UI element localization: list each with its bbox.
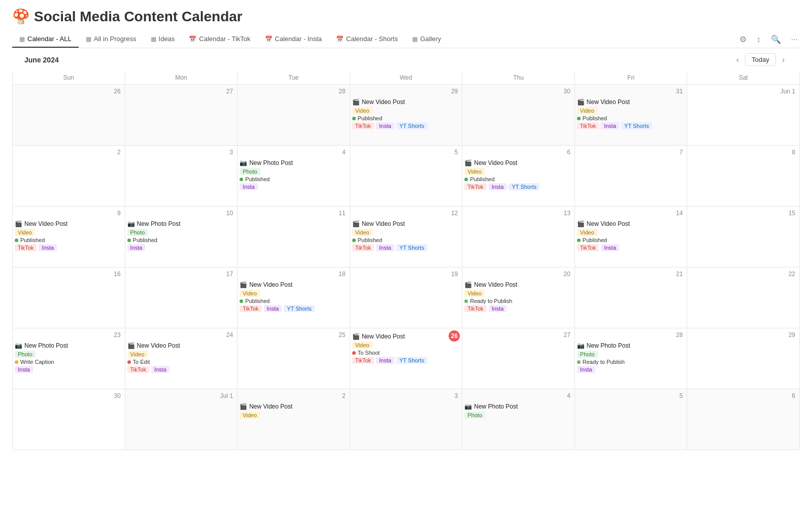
type-tag[interactable]: Photo — [240, 168, 260, 175]
calendar-cell: 30 — [462, 85, 575, 146]
platform-tag[interactable]: Insta — [264, 305, 282, 312]
event-title[interactable]: 🎬New Video Post — [352, 220, 460, 227]
next-month-button[interactable]: › — [779, 54, 788, 65]
event-title[interactable]: 🎬New Video Post — [577, 220, 685, 227]
type-tag[interactable]: Photo — [127, 229, 148, 236]
event-title[interactable]: 🎬New Video Post — [352, 333, 449, 340]
type-tag[interactable]: Photo — [577, 351, 598, 358]
platform-tag[interactable]: Insta — [489, 183, 507, 190]
type-tag[interactable]: Video — [464, 168, 485, 175]
platform-tag[interactable]: Insta — [376, 357, 394, 364]
type-tag[interactable]: Photo — [464, 412, 485, 419]
platform-tag[interactable]: TikTok — [577, 122, 599, 129]
platform-tag[interactable]: Insta — [376, 244, 394, 251]
platform-tag[interactable]: Insta — [127, 244, 146, 251]
platform-tag[interactable]: Insta — [240, 183, 258, 190]
platform-tag[interactable]: YT Shorts — [509, 183, 539, 190]
platform-tag[interactable]: Insta — [577, 366, 595, 373]
day-number: 29 — [352, 87, 460, 96]
calendar-row-0: 26272829🎬New Video PostVideoPublishedTik… — [13, 85, 800, 146]
type-tag[interactable]: Video — [464, 290, 485, 297]
platform-tag[interactable]: TikTok — [464, 305, 486, 312]
today-button[interactable]: Today — [745, 53, 776, 66]
platform-tag[interactable]: YT Shorts — [396, 244, 427, 251]
calendar-cell: 19 — [350, 267, 462, 328]
event-title[interactable]: 🎬New Video Post — [464, 159, 572, 166]
platform-tag[interactable]: TikTok — [240, 305, 261, 312]
more-options-button[interactable]: ··· — [789, 33, 800, 46]
platform-tag[interactable]: TikTok — [577, 244, 599, 251]
type-tag[interactable]: Video — [352, 229, 373, 236]
calendar-tiktok-icon: 📅 — [189, 36, 196, 43]
event-title[interactable]: 🎬New Video Post — [15, 220, 123, 227]
event-title[interactable]: 📷New Photo Post — [15, 342, 123, 349]
day-number: Jun 1 — [689, 87, 797, 96]
platform-tag[interactable]: Insta — [376, 122, 394, 129]
day-number: 30 — [15, 391, 123, 400]
event-title[interactable]: 🎬New Video Post — [127, 342, 235, 349]
event-name: New Video Post — [362, 333, 405, 340]
platform-tag[interactable]: YT Shorts — [621, 122, 652, 129]
nav-tabs: ▦ Calendar - ALL ▦ All in Progress ▦ Ide… — [12, 31, 800, 48]
event-title[interactable]: 📷New Photo Post — [240, 159, 348, 166]
status-dot — [240, 178, 243, 181]
event-title[interactable]: 🎬New Video Post — [352, 98, 460, 106]
platform-tag[interactable]: YT Shorts — [284, 305, 315, 312]
tab-gallery[interactable]: ▦ Gallery — [405, 31, 448, 48]
type-tag[interactable]: Video — [240, 412, 260, 419]
event-title[interactable]: 📷New Photo Post — [127, 220, 235, 227]
search-button[interactable]: 🔍 — [769, 32, 783, 46]
platform-tag[interactable]: Insta — [601, 122, 619, 129]
type-tag[interactable]: Photo — [15, 351, 36, 358]
type-tag[interactable]: Video — [577, 107, 597, 114]
type-tag[interactable]: Video — [352, 342, 373, 349]
platform-tag[interactable]: Insta — [39, 244, 57, 251]
event-card: 🎬New Video PostVideoPublishedTikTokInsta — [15, 219, 123, 253]
tab-ideas[interactable]: ▦ Ideas — [144, 31, 182, 48]
platform-tag[interactable]: TikTok — [127, 366, 149, 373]
platform-tag[interactable]: YT Shorts — [396, 122, 427, 129]
tab-calendar-insta[interactable]: 📅 Calendar - Insta — [258, 31, 329, 48]
filter-button[interactable]: ⚙ — [737, 32, 749, 46]
platform-tag[interactable]: TikTok — [352, 244, 374, 251]
header-right: ⚙ ↕ 🔍 ··· — [737, 32, 800, 46]
calendar-cell: 26🎬New Video PostVideoTo ShootTikTokInst… — [350, 328, 462, 389]
platform-tags: TikTokInsta — [577, 244, 685, 252]
platform-tag[interactable]: Insta — [15, 366, 33, 373]
event-title[interactable]: 🎬New Video Post — [464, 281, 572, 288]
event-title[interactable]: 📷New Photo Post — [577, 342, 685, 349]
day-number: 30 — [464, 87, 572, 96]
type-tag[interactable]: Video — [577, 229, 597, 236]
tab-calendar-tiktok[interactable]: 📅 Calendar - TikTok — [182, 31, 257, 48]
platform-tag[interactable]: Insta — [489, 305, 507, 312]
platform-tag[interactable]: YT Shorts — [396, 357, 427, 364]
platform-tag[interactable]: TikTok — [15, 244, 37, 251]
event-title[interactable]: 🎬New Video Post — [577, 98, 685, 106]
sort-button[interactable]: ↕ — [755, 33, 763, 46]
type-tag[interactable]: Video — [15, 229, 35, 236]
day-number: 6 — [689, 391, 797, 400]
event-emoji: 🎬 — [240, 281, 247, 288]
day-number: 5 — [577, 391, 685, 400]
type-tag[interactable]: Video — [127, 351, 148, 358]
calendar-row-3: 161718🎬New Video PostVideoPublishedTikTo… — [13, 267, 800, 328]
prev-month-button[interactable]: ‹ — [733, 54, 742, 65]
platform-tag[interactable]: Insta — [151, 366, 170, 373]
status-dot — [352, 239, 356, 242]
tab-calendar-all[interactable]: ▦ Calendar - ALL — [12, 31, 79, 48]
event-emoji: 📷 — [127, 220, 135, 227]
status-badge: Published — [15, 237, 123, 243]
tab-calendar-shorts[interactable]: 📅 Calendar - Shorts — [329, 31, 405, 48]
event-title[interactable]: 🎬New Video Post — [240, 403, 348, 410]
event-title[interactable]: 📷New Photo Post — [464, 403, 572, 410]
platform-tag[interactable]: Insta — [601, 244, 619, 251]
platform-tags: TikTokInstaYT Shorts — [464, 183, 572, 191]
event-title[interactable]: 🎬New Video Post — [240, 281, 348, 288]
event-name: New Photo Post — [249, 159, 293, 166]
type-tag[interactable]: Video — [240, 290, 260, 297]
platform-tag[interactable]: TikTok — [352, 122, 374, 129]
tab-all-in-progress[interactable]: ▦ All in Progress — [79, 31, 144, 48]
type-tag[interactable]: Video — [352, 107, 373, 114]
platform-tag[interactable]: TikTok — [464, 183, 486, 190]
platform-tag[interactable]: TikTok — [352, 357, 374, 364]
